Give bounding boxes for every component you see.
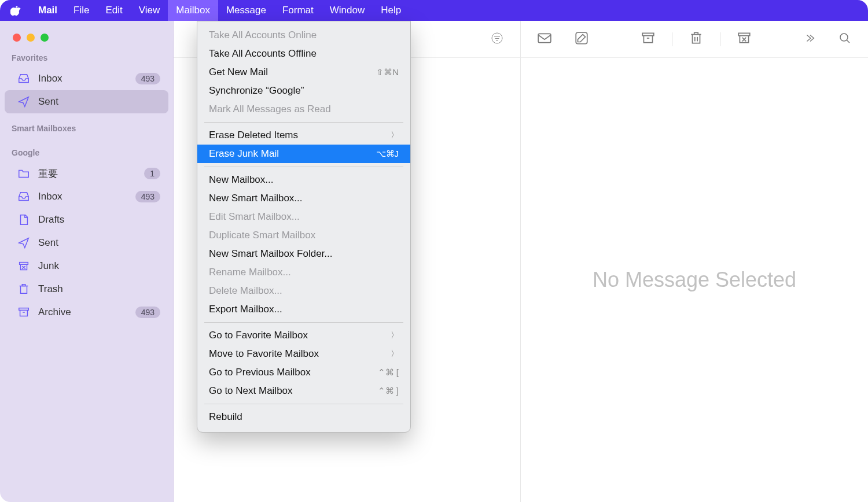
window-close-button[interactable] [13,34,21,42]
menu-item-label: Go to Next Mailbox [209,385,293,397]
menu-item[interactable]: Go to Next Mailbox⌃⌘ ] [197,382,410,400]
filter-icon[interactable] [490,31,504,47]
sidebar-item-archive[interactable]: Archive493 [5,301,168,324]
sidebar-item-sent[interactable]: Sent [5,231,168,254]
menu-help[interactable]: Help [373,0,409,21]
menu-item-label: Synchronize “Google” [209,85,304,97]
sidebar-item-junk[interactable]: Junk [5,254,168,278]
sidebar-item-label: Trash [38,283,63,295]
menu-item[interactable]: Go to Favorite Mailbox〉 [197,326,410,345]
menu-format[interactable]: Format [274,0,322,21]
sidebar-item-inbox[interactable]: Inbox493 [5,185,168,208]
shortcut-label: ⇧⌘N [376,67,399,77]
detail-pane: No Message Selected [521,21,868,502]
menu-item[interactable]: Erase Junk Mail⌥⌘J [197,145,410,163]
count-badge: 493 [135,191,160,202]
overflow-icon[interactable] [803,32,816,47]
menu-item: Duplicate Smart Mailbox [197,226,410,245]
menu-item: Delete Mailbox... [197,282,410,300]
chevron-right-icon: 〉 [391,130,399,141]
menu-item-label: Export Mailbox... [209,304,282,315]
section-label: Favorites [0,53,173,67]
svg-rect-0 [20,263,28,265]
sidebar-item-label: Inbox [38,191,62,202]
menu-item[interactable]: New Smart Mailbox... [197,189,410,208]
envelope-icon[interactable] [537,31,552,48]
shortcut-label: ⌃⌘ ] [378,386,399,396]
menu-window[interactable]: Window [322,0,373,21]
sidebar-item-label: Sent [38,96,58,108]
shortcut-label: ⌥⌘J [376,149,399,159]
folder-icon [17,167,30,180]
menu-item[interactable]: Get New Mail⇧⌘N [197,63,410,82]
toolbar-divider [672,32,672,46]
menu-item-label: Take All Accounts Online [209,29,317,41]
menu-edit[interactable]: Edit [97,0,130,21]
count-badge: 493 [135,73,160,84]
trash-icon[interactable] [689,31,704,48]
toolbar [521,21,868,58]
junk-icon[interactable] [737,31,752,48]
menu-item-label: Rebuild [209,411,242,423]
menu-item[interactable]: Take All Accounts Offline [197,45,410,63]
menu-item: Edit Smart Mailbox... [197,208,410,226]
doc-icon [17,213,30,226]
svg-rect-13 [738,33,750,35]
inbox-icon [17,72,30,85]
sidebar-item-重要[interactable]: 重要1 [5,162,168,185]
menu-item[interactable]: Erase Deleted Items〉 [197,126,410,145]
menu-mailbox[interactable]: Mailbox [168,0,218,21]
sidebar-item-inbox[interactable]: Inbox493 [5,67,168,90]
menu-item: Rename Mailbox... [197,263,410,282]
menu-item[interactable]: Go to Previous Mailbox⌃⌘ [ [197,363,410,382]
section-label: Smart Mailboxes [0,124,173,138]
menu-item[interactable]: Export Mailbox... [197,300,410,319]
menu-item[interactable]: New Mailbox... [197,171,410,189]
chevron-right-icon: 〉 [391,349,399,359]
sidebar-item-trash[interactable]: Trash [5,278,168,301]
menu-item-label: New Smart Mailbox... [209,193,303,204]
window-minimize-button[interactable] [27,34,35,42]
menu-item[interactable]: Synchronize “Google” [197,82,410,100]
sidebar-item-label: Junk [38,260,59,272]
menu-mail[interactable]: Mail [30,0,65,21]
trash-icon [17,283,30,296]
menu-item-label: Get New Mail [209,67,268,78]
menu-message[interactable]: Message [218,0,274,21]
compose-icon[interactable] [574,31,589,48]
section-label: Google [0,148,173,162]
inbox-icon [17,190,30,203]
sidebar-item-sent[interactable]: Sent [5,90,168,113]
shortcut-label: ⌃⌘ [ [378,367,399,378]
menu-file[interactable]: File [65,0,97,21]
apple-logo-icon[interactable] [10,5,30,16]
menu-item-label: Take All Accounts Offline [209,48,317,60]
menu-item[interactable]: Rebuild [197,408,410,426]
menu-item[interactable]: New Smart Mailbox Folder... [197,245,410,263]
sidebar-item-label: Inbox [38,73,62,84]
sidebar-item-label: 重要 [38,167,58,180]
mailbox-menu-dropdown: Take All Accounts OnlineTake All Account… [197,21,411,433]
sidebar-item-drafts[interactable]: Drafts [5,208,168,231]
menu-item-label: Go to Previous Mailbox [209,367,311,378]
menu-item-label: Duplicate Smart Mailbox [209,230,315,241]
sidebar: FavoritesInbox493SentSmart MailboxesGoog… [0,21,174,502]
no-message-label: No Message Selected [521,58,868,502]
svg-rect-7 [538,34,551,42]
menu-item-label: Mark All Messages as Read [209,104,331,115]
menu-item-label: Go to Favorite Mailbox [209,330,308,341]
sidebar-item-label: Drafts [38,214,64,226]
archive-icon[interactable] [641,31,656,48]
sidebar-item-label: Archive [38,307,71,318]
menu-bar: MailFileEditViewMailboxMessageFormatWind… [0,0,868,21]
count-badge: 493 [135,307,160,318]
sent-icon [17,237,30,249]
chevron-right-icon: 〉 [391,330,399,341]
window-maximize-button[interactable] [41,34,49,42]
search-icon[interactable] [838,31,852,47]
junk-icon [17,260,30,272]
menu-item-label: Erase Deleted Items [209,130,298,141]
menu-view[interactable]: View [131,0,168,21]
menu-item[interactable]: Move to Favorite Mailbox〉 [197,345,410,363]
archive-icon [17,306,30,319]
